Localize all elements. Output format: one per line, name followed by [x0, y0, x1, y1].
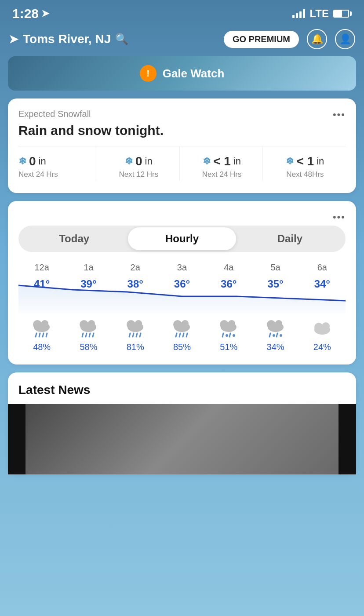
rain-cloud-icon	[30, 317, 53, 339]
rain-cloud-icon	[77, 317, 100, 339]
svg-line-25	[179, 333, 180, 337]
snow-amount-2: ❄ < 1in	[185, 154, 259, 168]
alert-text: Gale Watch	[163, 67, 225, 80]
precip-row: 48%58%81%85%51%34%24%	[18, 342, 346, 352]
snowfall-period-1: ❄ 0in Next 12 Hrs	[96, 146, 179, 181]
weather-icon-cell	[112, 317, 159, 339]
snow-value-2: < 1	[213, 154, 231, 168]
snowflake-icon-3: ❄	[286, 156, 294, 167]
svg-point-30	[228, 320, 235, 327]
snow-value-3: < 1	[296, 154, 314, 168]
rain-cloud-icon	[124, 317, 147, 339]
location-arrow-icon: ➤	[41, 8, 49, 19]
forecast-tabs: Today Hourly Daily	[18, 226, 346, 252]
snowfall-period-3: ❄ < 1in Next 48Hrs	[263, 146, 346, 181]
alert-banner[interactable]: ! Gale Watch	[8, 56, 356, 91]
svg-line-10	[82, 333, 83, 337]
svg-line-5	[43, 333, 44, 337]
snowflake-icon-0: ❄	[18, 156, 26, 167]
svg-line-18	[133, 333, 134, 337]
go-premium-button[interactable]: GO PREMIUM	[224, 31, 299, 48]
more-options-icon[interactable]: •••	[333, 109, 346, 120]
hour-label: 4a	[205, 262, 252, 273]
lte-label: LTE	[309, 7, 329, 20]
svg-point-34	[233, 334, 235, 337]
snow-amount-1: ❄ 0in	[102, 154, 175, 168]
weather-icon-cell	[299, 317, 346, 339]
tab-today[interactable]: Today	[20, 227, 128, 250]
svg-line-13	[93, 333, 94, 337]
snowfall-subtitle: Expected Snowfall	[18, 109, 91, 119]
precip-percent: 34%	[252, 342, 298, 352]
rain-snow-cloud-icon	[264, 317, 287, 339]
svg-point-36	[267, 320, 276, 329]
snowfall-card: Expected Snowfall ••• Rain and snow toni…	[8, 98, 356, 193]
status-time-area: 1:28 ➤	[12, 6, 49, 21]
snow-amount-3: ❄ < 1in	[268, 154, 342, 168]
svg-line-38	[269, 333, 270, 337]
news-image[interactable]	[8, 404, 356, 474]
notification-bell-icon[interactable]: 🔔	[307, 29, 327, 49]
weather-icon-cell	[65, 317, 112, 339]
tab-daily[interactable]: Daily	[236, 227, 344, 250]
temp-value: 38°	[112, 278, 159, 290]
latest-news-title: Latest News	[18, 383, 346, 397]
svg-point-8	[80, 320, 88, 329]
svg-line-24	[176, 333, 177, 337]
precip-percent: 58%	[65, 342, 112, 352]
location-text: Toms River, NJ	[23, 32, 111, 46]
battery-icon	[333, 10, 352, 18]
hour-label: 5a	[252, 262, 298, 273]
svg-point-33	[226, 334, 228, 337]
svg-point-23	[182, 320, 189, 327]
temperature-chart: 41°39°38°36°36°35°34°	[18, 274, 346, 314]
news-right-bar	[339, 404, 356, 474]
svg-line-20	[140, 333, 141, 337]
snowfall-card-header: Expected Snowfall •••	[18, 109, 346, 120]
latest-news-card: Latest News	[8, 372, 356, 474]
temp-values: 41°39°38°36°36°35°34°	[18, 278, 346, 290]
hour-label: 12a	[18, 262, 65, 273]
location-display[interactable]: ➤ Toms River, NJ 🔍	[9, 32, 128, 46]
temp-value: 34°	[299, 278, 346, 290]
svg-point-29	[220, 320, 229, 329]
user-profile-icon[interactable]: 👤	[335, 29, 355, 49]
hour-label: 6a	[299, 262, 346, 273]
weather-icon-cell	[18, 317, 65, 339]
svg-line-32	[229, 333, 230, 337]
status-indicators: LTE	[292, 7, 352, 20]
snowflake-icon-2: ❄	[203, 156, 211, 167]
hour-label: 2a	[112, 262, 159, 273]
svg-point-41	[280, 334, 282, 337]
signal-icon	[292, 9, 305, 18]
svg-line-11	[86, 333, 87, 337]
svg-point-9	[88, 320, 95, 327]
svg-line-39	[277, 333, 277, 337]
svg-line-19	[136, 333, 137, 337]
svg-point-44	[322, 322, 330, 330]
forecast-more-options-icon[interactable]: •••	[333, 211, 346, 223]
snow-amount-0: ❄ 0in	[18, 154, 92, 168]
svg-line-27	[186, 333, 187, 337]
status-bar: 1:28 ➤ LTE	[0, 0, 364, 25]
rain-snow-cloud-icon	[217, 317, 240, 339]
weather-icon-cell	[252, 317, 298, 339]
tab-hourly[interactable]: Hourly	[128, 227, 236, 250]
svg-line-12	[89, 333, 90, 337]
nav-actions: GO PREMIUM 🔔 👤	[224, 29, 355, 49]
snowfall-description: Rain and snow tonight.	[18, 123, 346, 138]
temp-value: 36°	[159, 278, 205, 290]
nav-arrow-icon: ➤	[9, 33, 18, 46]
svg-line-3	[36, 333, 36, 337]
snow-value-1: 0	[135, 154, 142, 168]
news-left-bar	[8, 404, 25, 474]
svg-point-22	[173, 320, 182, 329]
svg-point-40	[273, 334, 275, 337]
news-image-bg	[8, 404, 356, 474]
nav-bar: ➤ Toms River, NJ 🔍 GO PREMIUM 🔔 👤	[0, 25, 364, 56]
svg-line-17	[129, 333, 130, 337]
weather-icon-cell	[205, 317, 252, 339]
search-icon[interactable]: 🔍	[115, 33, 128, 45]
snowfall-periods: ❄ 0in Next 24 Hrs ❄ 0in Next 12 Hrs ❄ < …	[18, 146, 346, 181]
svg-point-2	[41, 320, 48, 327]
